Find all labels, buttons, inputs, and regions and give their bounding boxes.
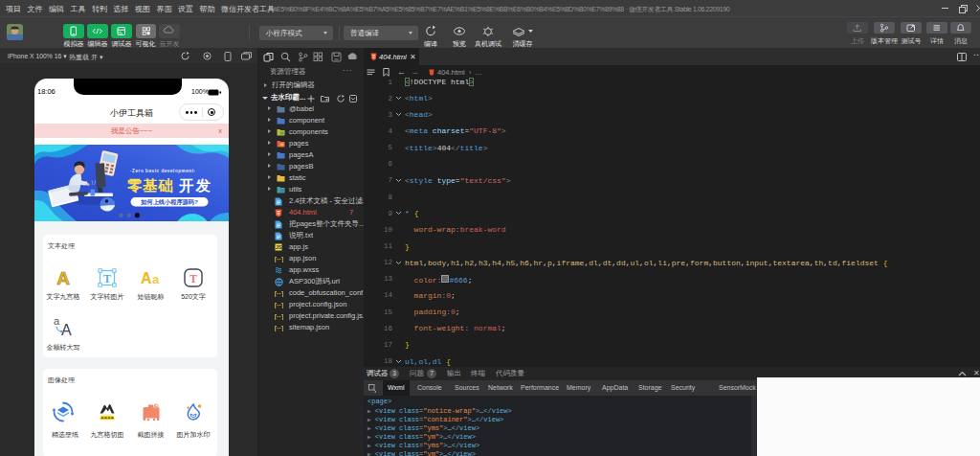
svg-text:a: a: [54, 315, 60, 327]
svg-text:·Zero basic development·: ·Zero basic development·: [130, 169, 196, 173]
svg-text:A: A: [141, 270, 152, 286]
svg-text:JS: JS: [276, 244, 282, 250]
svg-text:A: A: [61, 322, 72, 338]
svg-text:{··}: {··}: [275, 255, 283, 262]
svg-text:T: T: [189, 273, 197, 285]
svg-text:{··}: {··}: [275, 289, 283, 297]
svg-text:A: A: [56, 268, 70, 288]
svg-text:零基础: 零基础: [127, 177, 174, 194]
svg-text:{··}: {··}: [275, 301, 283, 308]
svg-text:a: a: [152, 272, 160, 286]
svg-text:如何上线小程序源码?: 如何上线小程序源码?: [140, 198, 198, 206]
svg-text:开发: 开发: [178, 177, 212, 194]
svg-text:T: T: [103, 272, 111, 285]
svg-text:{··}: {··}: [275, 324, 283, 331]
svg-text:{··}: {··}: [275, 312, 283, 320]
